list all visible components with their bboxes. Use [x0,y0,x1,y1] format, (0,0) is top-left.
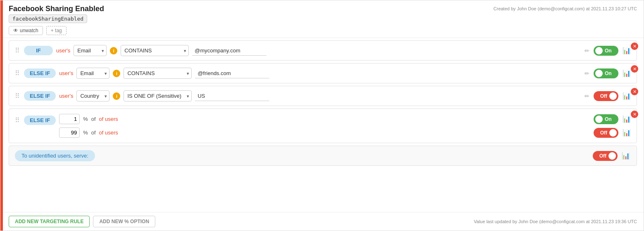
created-info: Created by John Doe (demo@configcat.com)… [494,5,637,11]
of-label-1: of [91,116,96,122]
add-percent-button[interactable]: ADD NEW % OPTION [93,216,155,227]
action-buttons: ADD NEW TARGETING RULE ADD NEW % OPTION [9,216,155,227]
operator-select-2[interactable]: CONTAINS IS ONE OF IS ONE OF (Sensitive) [124,68,192,79]
close-rule-2[interactable]: ✕ [631,65,638,73]
close-rule-3[interactable]: ✕ [631,88,638,95]
close-rule-1[interactable]: ✕ [631,42,638,50]
if-badge-3: ELSE IF [24,91,56,101]
percent-row-2: % of of users Off 📊 [59,126,632,139]
drag-handle-3[interactable]: ⠿ [14,92,21,100]
percent-symbol-2: % [83,130,88,136]
add-targeting-button[interactable]: ADD NEW TARGETING RULE [9,216,90,227]
edit-icon-1[interactable]: ✏ [584,47,590,55]
unidentified-row: To unidentified users, serve: Off 📊 [9,146,637,166]
users-label-1: user's [56,47,70,54]
attribute-select-wrapper-3: Country Email [76,90,109,101]
rule-row-3: ✕ ⠿ ELSE IF user's Country Email i IS ON… [9,86,637,106]
operator-select-wrapper-1: CONTAINS IS ONE OF IS ONE OF (Sensitive) [121,45,189,56]
bar-icon-3[interactable]: 📊 [622,91,632,101]
percent-input-1[interactable] [59,114,80,124]
percent-row-1: % of of users On 📊 [59,112,632,126]
percent-input-2[interactable] [59,127,80,138]
top-bar: Facebook Sharing Enabled facebookSharing… [0,0,644,38]
main-container: Facebook Sharing Enabled facebookSharing… [0,0,644,231]
value-input-3[interactable] [195,91,269,101]
operator-select-wrapper-2: CONTAINS IS ONE OF IS ONE OF (Sensitive) [124,68,192,79]
feature-info: Facebook Sharing Enabled facebookSharing… [9,5,104,35]
attribute-select-wrapper-1: Email Country [74,45,107,56]
bottom-bar: ADD NEW TARGETING RULE ADD NEW % OPTION … [0,212,644,231]
bar-icon-percent-1[interactable]: 📊 [622,114,632,124]
info-badge-3[interactable]: i [113,92,120,100]
toggle-percent-1[interactable]: On [594,114,618,124]
percent-rule: ✕ ⠿ ELSE IF % of of users [9,108,637,143]
if-badge-2: ELSE IF [24,68,56,78]
percent-symbol-1: % [83,116,88,122]
edit-icon-3[interactable]: ✏ [584,92,590,100]
toggle-percent-2[interactable]: Off [594,128,618,138]
rule-row-1: ✕ ⠿ IF user's Email Country i CONTAINS I… [9,40,637,61]
updated-info: Value last updated by John Doe (demo@con… [474,219,637,224]
users-label-2: user's [59,70,73,76]
bar-icon-1[interactable]: 📊 [622,46,632,55]
accent-bar [0,0,3,231]
of-label-2: of [91,130,96,136]
bar-icon-2[interactable]: 📊 [622,68,632,78]
add-targeting-label: ADD NEW TARGETING RULE [15,219,83,224]
users-label-3: user's [59,93,73,99]
rule-row-2: ✕ ⠿ ELSE IF user's Email Country i CONTA… [9,63,637,83]
toggle-2[interactable]: On [594,68,618,78]
toggle-3[interactable]: Off [594,91,618,101]
drag-handle-2[interactable]: ⠿ [14,69,21,77]
value-input-2[interactable] [195,68,269,78]
value-input-1[interactable] [192,46,266,56]
else-if-percent-badge: ELSE IF [24,116,56,125]
edit-icon-2[interactable]: ✏ [584,69,590,78]
info-badge-1[interactable]: i [110,47,117,54]
if-badge-1: IF [24,46,53,55]
drag-handle-percent[interactable]: ⠿ [14,116,21,124]
attribute-select-1[interactable]: Email Country [74,45,107,56]
toggle-1[interactable]: on [594,46,618,56]
bar-icon-percent-2[interactable]: 📊 [622,128,632,137]
users-text-1: of users [99,116,118,122]
feature-title: Facebook Sharing Enabled [9,5,104,13]
operator-select-3[interactable]: IS ONE OF (Sensitive) CONTAINS IS ONE OF [124,90,192,101]
info-badge-2[interactable]: i [113,70,120,77]
add-percent-label: ADD NEW % OPTION [99,219,149,224]
close-percent-rule[interactable]: ✕ [631,111,638,118]
bar-icon-unidentified[interactable]: 📊 [621,151,631,160]
attribute-select-3[interactable]: Country Email [76,90,109,101]
users-text-2: of users [99,130,118,136]
drag-handle-1[interactable]: ⠿ [14,47,21,54]
unwatch-button[interactable]: 👁 unwatch [9,26,43,35]
eye-off-icon: 👁 [13,28,18,33]
attribute-select-2[interactable]: Email Country [76,68,109,79]
feature-key: facebookSharingEnabled [9,14,87,23]
toggle-unidentified[interactable]: Off [593,151,618,161]
rules-content: ✕ ⠿ IF user's Email Country i CONTAINS I… [0,38,644,212]
operator-select-1[interactable]: CONTAINS IS ONE OF IS ONE OF (Sensitive) [121,45,189,56]
add-tag-button[interactable]: + tag [46,26,67,35]
attribute-select-wrapper-2: Email Country [76,68,109,79]
operator-select-wrapper-3: IS ONE OF (Sensitive) CONTAINS IS ONE OF [124,90,192,101]
unidentified-label: To unidentified users, serve: [15,150,95,161]
